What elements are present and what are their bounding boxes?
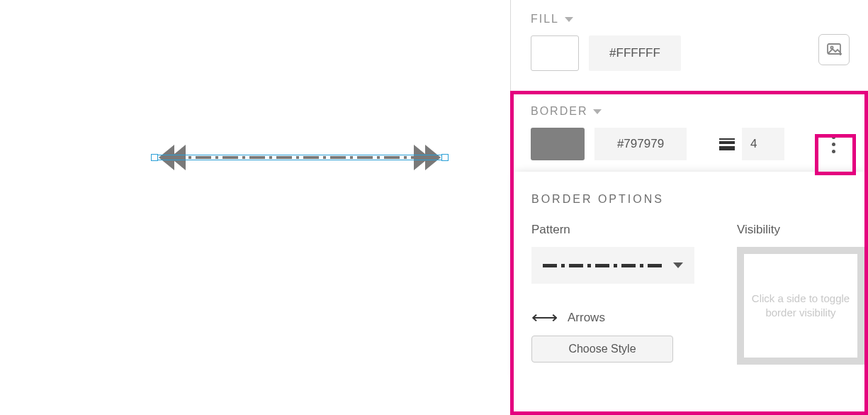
arrows-label: Arrows: [568, 311, 605, 325]
line-body: [169, 156, 431, 159]
choose-style-button[interactable]: Choose Style: [531, 336, 673, 363]
border-width-input[interactable]: [742, 128, 784, 160]
caret-down-icon: [593, 109, 602, 114]
left-right-arrow-icon: ⟷: [531, 306, 558, 328]
visibility-hint: Click a side to toggle border visibility: [750, 292, 852, 321]
selected-line-object[interactable]: [154, 136, 445, 179]
fill-title: FILL: [531, 13, 559, 26]
arrowhead-right-icon: [425, 145, 441, 170]
dots-icon: [832, 143, 835, 146]
fill-color-swatch[interactable]: [531, 35, 579, 71]
border-color-swatch[interactable]: [531, 128, 585, 160]
canvas[interactable]: [0, 0, 510, 415]
border-options-popover: BORDER OPTIONS Pattern ⟷ Arrows Choose S…: [510, 172, 868, 386]
border-options-title: BORDER OPTIONS: [531, 193, 847, 206]
pattern-label: Pattern: [531, 223, 694, 237]
pattern-select[interactable]: [531, 247, 694, 284]
resize-handle-left[interactable]: [151, 154, 158, 161]
fill-hex-input[interactable]: [589, 35, 681, 71]
border-more-button[interactable]: [818, 129, 848, 159]
image-icon: [825, 41, 842, 58]
visibility-box[interactable]: Click a side to toggle border visibility: [737, 247, 864, 365]
resize-handle-right[interactable]: [441, 154, 449, 161]
dots-icon: [832, 135, 835, 139]
border-hex-input[interactable]: [594, 128, 687, 160]
border-width-icon: [719, 138, 735, 150]
image-fill-button[interactable]: [818, 34, 850, 65]
caret-down-icon: [565, 17, 573, 22]
fill-section: FILL: [511, 0, 868, 78]
border-title: BORDER: [531, 105, 587, 118]
border-header[interactable]: BORDER: [531, 105, 848, 118]
border-section: BORDER: [511, 78, 868, 167]
visibility-label: Visibility: [737, 223, 864, 237]
pattern-preview-icon: [543, 264, 663, 267]
dots-icon: [832, 150, 835, 153]
chevron-down-icon: [673, 262, 683, 268]
fill-header[interactable]: FILL: [531, 13, 848, 26]
